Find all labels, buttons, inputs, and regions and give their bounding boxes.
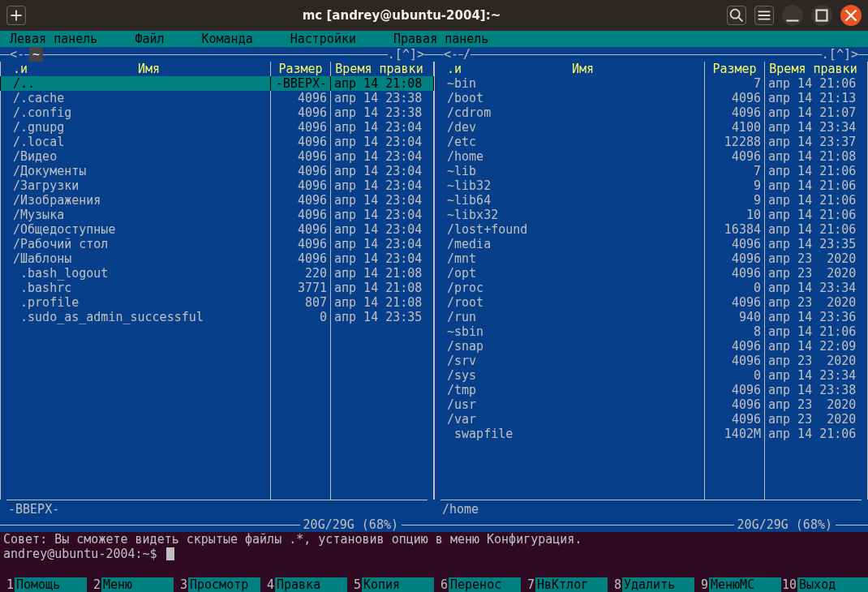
left-header-time[interactable]: Время правки [330, 62, 428, 76]
file-row[interactable]: /home4096апр 14 21:08 [434, 149, 868, 164]
file-row[interactable]: /Шаблоны4096апр 14 23:04 [0, 251, 434, 266]
file-row[interactable]: ~sbin8апр 14 21:06 [434, 324, 868, 339]
file-name: /usr [440, 397, 704, 412]
close-button[interactable] [840, 5, 862, 26]
file-size: 4096 [270, 135, 330, 149]
file-size: 220 [270, 266, 330, 281]
function-key-bar[interactable]: 1Помощь2Меню3Просмотр4Правка5Копия6Перен… [0, 577, 868, 592]
file-size: 0 [704, 368, 764, 383]
file-size: 4096 [704, 383, 764, 397]
new-tab-button[interactable] [6, 6, 26, 25]
right-panel-controls[interactable]: .[^]> [822, 47, 858, 62]
right-panel[interactable]: <- / .[^]> .и Имя Размер Время правки ~b… [434, 47, 868, 532]
file-time: апр 14 21:08 [330, 76, 428, 91]
fn-key-8[interactable]: 8Удалить [608, 577, 694, 592]
file-row[interactable]: /sys0апр 14 23:34 [434, 368, 868, 383]
file-row[interactable]: /Общедоступные4096апр 14 23:04 [0, 222, 434, 237]
file-row[interactable]: .bash_logout220апр 14 21:08 [0, 266, 434, 281]
fn-key-1[interactable]: 1Помощь [0, 577, 87, 592]
fn-key-2[interactable]: 2Меню [87, 577, 174, 592]
file-time: апр 14 22:09 [764, 339, 862, 354]
file-row[interactable]: /srv4096апр 23 2020 [434, 354, 868, 368]
file-row[interactable]: /tmp4096апр 14 23:38 [434, 383, 868, 397]
file-size [270, 324, 330, 339]
file-time: апр 14 23:04 [330, 178, 428, 193]
file-row[interactable]: /Загрузки4096апр 14 23:04 [0, 178, 434, 193]
right-panel-body[interactable]: ~bin7апр 14 21:06/boot4096апр 14 21:13/c… [434, 76, 868, 500]
file-row[interactable]: /run940апр 14 23:36 [434, 310, 868, 324]
menu-file[interactable]: Файл [128, 31, 170, 47]
left-panel-path[interactable]: ~ [29, 47, 43, 62]
file-row [0, 324, 434, 339]
file-time [764, 456, 862, 470]
fn-num: 8 [608, 577, 622, 592]
file-row[interactable]: ~lib329апр 14 21:06 [434, 178, 868, 193]
fn-key-5[interactable]: 5Копия [347, 577, 434, 592]
hamburger-button[interactable] [754, 6, 774, 25]
file-row[interactable]: /root4096апр 23 2020 [434, 295, 868, 310]
file-row[interactable]: /snap4096апр 14 22:09 [434, 339, 868, 354]
maximize-button[interactable] [811, 5, 832, 26]
file-size [270, 412, 330, 427]
left-panel-body[interactable]: /..-ВВЕРХ-апр 14 21:08/.cache4096апр 14 … [0, 76, 434, 500]
file-row[interactable]: /var4096апр 23 2020 [434, 412, 868, 427]
left-panel-controls[interactable]: .[^]> [388, 47, 424, 62]
fn-key-3[interactable]: 3Просмотр [174, 577, 260, 592]
file-row[interactable]: /usr4096апр 23 2020 [434, 397, 868, 412]
file-row[interactable]: .profile807апр 14 21:08 [0, 295, 434, 310]
fn-key-7[interactable]: 7НвКтлог [521, 577, 608, 592]
file-size: 4096 [270, 164, 330, 178]
file-time: апр 14 21:06 [764, 193, 862, 208]
file-row[interactable]: .bashrc3771апр 14 21:08 [0, 281, 434, 295]
menu-right-panel[interactable]: Правая панель [387, 31, 495, 47]
file-row[interactable]: ~lib649апр 14 21:06 [434, 193, 868, 208]
file-row[interactable]: swapfile1402Mапр 14 21:06 [434, 427, 868, 441]
menu-settings[interactable]: Настройки [284, 31, 363, 47]
left-header-size[interactable]: Размер [270, 62, 330, 76]
minimize-button[interactable] [782, 5, 803, 26]
menu-command[interactable]: Команда [196, 31, 260, 47]
file-row[interactable]: /dev4100апр 14 23:34 [434, 120, 868, 135]
file-size: 4096 [704, 149, 764, 164]
file-size: 4096 [270, 193, 330, 208]
file-row[interactable]: /mnt4096апр 23 2020 [434, 251, 868, 266]
file-row[interactable]: /Музыка4096апр 14 23:04 [0, 208, 434, 222]
file-size: 4096 [270, 105, 330, 120]
file-name: ~libx32 [440, 208, 704, 222]
right-panel-arrow[interactable]: <- [444, 47, 458, 62]
right-panel-path[interactable]: / [463, 47, 471, 62]
file-row[interactable]: /Видео4096апр 14 23:04 [0, 149, 434, 164]
file-time [330, 427, 428, 441]
file-row[interactable]: /Рабочий стол4096апр 14 23:04 [0, 237, 434, 251]
file-row[interactable]: /.gnupg4096апр 14 23:04 [0, 120, 434, 135]
file-row [0, 485, 434, 500]
right-header-time[interactable]: Время правки [764, 62, 862, 76]
file-name: /home [440, 149, 704, 164]
right-panel-bottom: 20G/29G (68%) [434, 517, 868, 532]
file-name: /etc [440, 135, 704, 149]
file-row[interactable]: /Документы4096апр 14 23:04 [0, 164, 434, 178]
left-panel[interactable]: <- ~ .[^]> .и Имя Размер Время правки /.… [0, 47, 434, 532]
fn-key-10[interactable]: 10Выход [781, 577, 868, 592]
file-time: апр 14 23:38 [764, 383, 862, 397]
right-header-size[interactable]: Размер [704, 62, 764, 76]
file-row[interactable]: ~lib7апр 14 21:06 [434, 164, 868, 178]
menu-left-panel[interactable]: Левая панель [3, 31, 104, 47]
file-row[interactable]: /lost+found16384апр 14 21:06 [434, 222, 868, 237]
mc-menubar[interactable]: Левая панель Файл Команда Настройки Прав… [0, 31, 868, 47]
file-row[interactable]: /Изображения4096апр 14 23:04 [0, 193, 434, 208]
fn-key-6[interactable]: 6Перенос [434, 577, 521, 592]
fn-key-4[interactable]: 4Правка [260, 577, 347, 592]
search-button[interactable] [727, 6, 746, 25]
file-row[interactable]: /media4096апр 14 23:35 [434, 237, 868, 251]
left-panel-arrow[interactable]: <- [10, 47, 24, 62]
file-row[interactable]: /opt4096апр 23 2020 [434, 266, 868, 281]
file-row[interactable]: /etc12288апр 14 23:37 [434, 135, 868, 149]
fn-key-9[interactable]: 9МенюМС [694, 577, 781, 592]
file-row[interactable]: ~libx3210апр 14 21:06 [434, 208, 868, 222]
file-row[interactable]: /.local4096апр 14 23:04 [0, 135, 434, 149]
file-row[interactable]: .sudo_as_admin_successful0апр 14 23:35 [0, 310, 434, 324]
file-row [0, 470, 434, 485]
file-row[interactable]: /proc0апр 14 23:34 [434, 281, 868, 295]
file-time: апр 14 23:04 [330, 135, 428, 149]
